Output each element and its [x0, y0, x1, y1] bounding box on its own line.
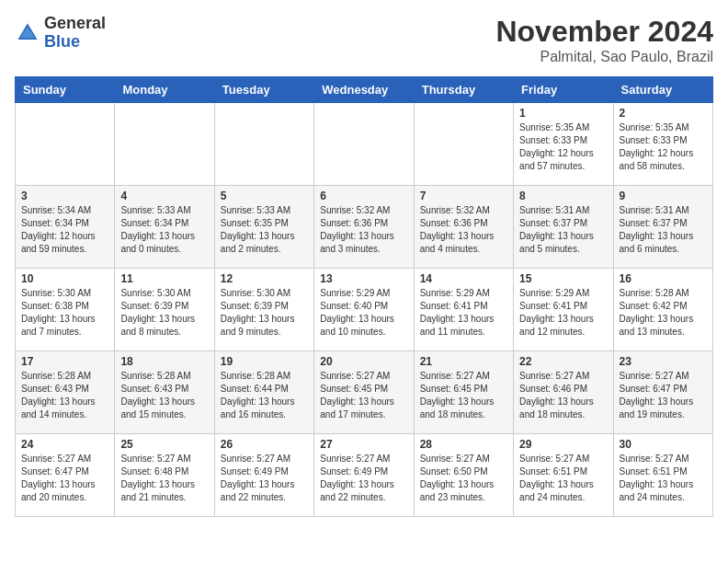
calendar-header-wednesday: Wednesday: [314, 77, 414, 103]
calendar-day-11: 11Sunrise: 5:30 AMSunset: 6:39 PMDayligh…: [115, 269, 214, 351]
day-number: 7: [420, 190, 507, 202]
calendar-day-18: 18Sunrise: 5:28 AMSunset: 6:43 PMDayligh…: [115, 351, 214, 434]
day-info: Sunrise: 5:29 AMSunset: 6:41 PMDaylight:…: [519, 287, 607, 339]
day-info: Sunrise: 5:28 AMSunset: 6:43 PMDaylight:…: [120, 370, 208, 421]
day-number: 15: [519, 272, 607, 285]
day-number: 1: [519, 107, 607, 120]
day-number: 5: [221, 190, 308, 202]
calendar-header-thursday: Thursday: [414, 77, 513, 103]
day-info: Sunrise: 5:27 AMSunset: 6:45 PMDaylight:…: [320, 370, 407, 421]
day-info: Sunrise: 5:27 AMSunset: 6:47 PMDaylight:…: [620, 370, 707, 421]
calendar-header-saturday: Saturday: [613, 77, 712, 103]
day-number: 20: [320, 355, 407, 368]
day-number: 10: [21, 272, 108, 285]
calendar-header-friday: Friday: [514, 77, 613, 103]
day-number: 17: [21, 355, 108, 368]
day-info: Sunrise: 5:33 AMSunset: 6:35 PMDaylight:…: [221, 204, 308, 256]
calendar-day-14: 14Sunrise: 5:29 AMSunset: 6:41 PMDayligh…: [414, 269, 513, 351]
day-number: 19: [221, 355, 308, 368]
calendar-day-27: 27Sunrise: 5:27 AMSunset: 6:49 PMDayligh…: [314, 434, 414, 517]
calendar-day-20: 20Sunrise: 5:27 AMSunset: 6:45 PMDayligh…: [314, 351, 414, 434]
day-info: Sunrise: 5:27 AMSunset: 6:49 PMDaylight:…: [320, 453, 407, 504]
day-info: Sunrise: 5:27 AMSunset: 6:46 PMDaylight:…: [519, 370, 607, 421]
calendar-day-24: 24Sunrise: 5:27 AMSunset: 6:47 PMDayligh…: [16, 434, 115, 517]
calendar-header-sunday: Sunday: [16, 77, 115, 103]
calendar-day-1: 1Sunrise: 5:35 AMSunset: 6:33 PMDaylight…: [514, 103, 613, 186]
day-number: 30: [620, 438, 707, 451]
page-header: General Blue November 2024 Palmital, Sao…: [15, 15, 713, 65]
day-number: 8: [519, 190, 607, 202]
day-number: 2: [620, 107, 707, 120]
day-number: 25: [120, 438, 208, 451]
calendar-day-26: 26Sunrise: 5:27 AMSunset: 6:49 PMDayligh…: [214, 434, 313, 517]
day-info: Sunrise: 5:27 AMSunset: 6:51 PMDaylight:…: [519, 453, 607, 504]
day-number: 11: [120, 272, 208, 285]
day-info: Sunrise: 5:30 AMSunset: 6:39 PMDaylight:…: [120, 287, 208, 339]
day-info: Sunrise: 5:29 AMSunset: 6:40 PMDaylight:…: [320, 287, 407, 339]
calendar-week-row: 24Sunrise: 5:27 AMSunset: 6:47 PMDayligh…: [16, 434, 713, 517]
calendar-day-19: 19Sunrise: 5:28 AMSunset: 6:44 PMDayligh…: [214, 351, 313, 434]
calendar-empty-cell: [16, 103, 115, 186]
calendar-empty-cell: [214, 103, 313, 186]
calendar-empty-cell: [314, 103, 414, 186]
calendar-empty-cell: [115, 103, 214, 186]
calendar-day-10: 10Sunrise: 5:30 AMSunset: 6:38 PMDayligh…: [16, 269, 115, 351]
day-info: Sunrise: 5:29 AMSunset: 6:41 PMDaylight:…: [420, 287, 507, 339]
location-title: Palmital, Sao Paulo, Brazil: [495, 49, 713, 65]
calendar-week-row: 10Sunrise: 5:30 AMSunset: 6:38 PMDayligh…: [16, 269, 713, 351]
day-number: 21: [420, 355, 507, 368]
day-info: Sunrise: 5:31 AMSunset: 6:37 PMDaylight:…: [620, 204, 707, 256]
day-info: Sunrise: 5:35 AMSunset: 6:33 PMDaylight:…: [620, 121, 707, 173]
day-number: 24: [21, 438, 108, 451]
day-info: Sunrise: 5:28 AMSunset: 6:42 PMDaylight:…: [620, 287, 707, 339]
calendar-week-row: 3Sunrise: 5:34 AMSunset: 6:34 PMDaylight…: [16, 186, 713, 269]
day-number: 28: [420, 438, 507, 451]
calendar-day-12: 12Sunrise: 5:30 AMSunset: 6:39 PMDayligh…: [214, 269, 313, 351]
day-number: 27: [320, 438, 407, 451]
day-number: 22: [519, 355, 607, 368]
title-block: November 2024 Palmital, Sao Paulo, Brazi…: [495, 15, 713, 65]
month-title: November 2024: [495, 15, 713, 49]
calendar-day-15: 15Sunrise: 5:29 AMSunset: 6:41 PMDayligh…: [514, 269, 613, 351]
day-info: Sunrise: 5:33 AMSunset: 6:34 PMDaylight:…: [120, 204, 208, 256]
calendar-day-6: 6Sunrise: 5:32 AMSunset: 6:36 PMDaylight…: [314, 186, 414, 269]
day-number: 12: [221, 272, 308, 285]
calendar-header-tuesday: Tuesday: [214, 77, 313, 103]
day-number: 13: [320, 272, 407, 285]
day-number: 18: [120, 355, 208, 368]
day-info: Sunrise: 5:28 AMSunset: 6:43 PMDaylight:…: [21, 370, 108, 421]
calendar-day-22: 22Sunrise: 5:27 AMSunset: 6:46 PMDayligh…: [514, 351, 613, 434]
calendar-day-13: 13Sunrise: 5:29 AMSunset: 6:40 PMDayligh…: [314, 269, 414, 351]
logo-text: General Blue: [44, 15, 106, 52]
day-number: 26: [221, 438, 308, 451]
calendar-week-row: 1Sunrise: 5:35 AMSunset: 6:33 PMDaylight…: [16, 103, 713, 186]
day-info: Sunrise: 5:35 AMSunset: 6:33 PMDaylight:…: [519, 121, 607, 173]
day-number: 29: [519, 438, 607, 451]
calendar-day-16: 16Sunrise: 5:28 AMSunset: 6:42 PMDayligh…: [613, 269, 712, 351]
day-info: Sunrise: 5:30 AMSunset: 6:38 PMDaylight:…: [21, 287, 108, 339]
day-number: 3: [21, 190, 108, 202]
day-info: Sunrise: 5:27 AMSunset: 6:51 PMDaylight:…: [620, 453, 707, 504]
calendar-day-25: 25Sunrise: 5:27 AMSunset: 6:48 PMDayligh…: [115, 434, 214, 517]
calendar-day-29: 29Sunrise: 5:27 AMSunset: 6:51 PMDayligh…: [514, 434, 613, 517]
calendar-day-17: 17Sunrise: 5:28 AMSunset: 6:43 PMDayligh…: [16, 351, 115, 434]
logo: General Blue: [15, 15, 106, 52]
day-info: Sunrise: 5:27 AMSunset: 6:45 PMDaylight:…: [420, 370, 507, 421]
calendar-week-row: 17Sunrise: 5:28 AMSunset: 6:43 PMDayligh…: [16, 351, 713, 434]
day-info: Sunrise: 5:28 AMSunset: 6:44 PMDaylight:…: [221, 370, 308, 421]
day-number: 9: [620, 190, 707, 202]
day-number: 6: [320, 190, 407, 202]
calendar-empty-cell: [414, 103, 513, 186]
day-info: Sunrise: 5:34 AMSunset: 6:34 PMDaylight:…: [21, 204, 108, 256]
day-info: Sunrise: 5:31 AMSunset: 6:37 PMDaylight:…: [519, 204, 607, 256]
day-info: Sunrise: 5:27 AMSunset: 6:50 PMDaylight:…: [420, 453, 507, 504]
calendar-table: SundayMondayTuesdayWednesdayThursdayFrid…: [15, 76, 713, 517]
calendar-day-21: 21Sunrise: 5:27 AMSunset: 6:45 PMDayligh…: [414, 351, 513, 434]
calendar-day-2: 2Sunrise: 5:35 AMSunset: 6:33 PMDaylight…: [613, 103, 712, 186]
day-info: Sunrise: 5:30 AMSunset: 6:39 PMDaylight:…: [221, 287, 308, 339]
day-info: Sunrise: 5:27 AMSunset: 6:47 PMDaylight:…: [21, 453, 108, 504]
calendar-day-9: 9Sunrise: 5:31 AMSunset: 6:37 PMDaylight…: [613, 186, 712, 269]
day-info: Sunrise: 5:32 AMSunset: 6:36 PMDaylight:…: [420, 204, 507, 256]
day-number: 4: [120, 190, 208, 202]
logo-icon: [15, 20, 40, 46]
